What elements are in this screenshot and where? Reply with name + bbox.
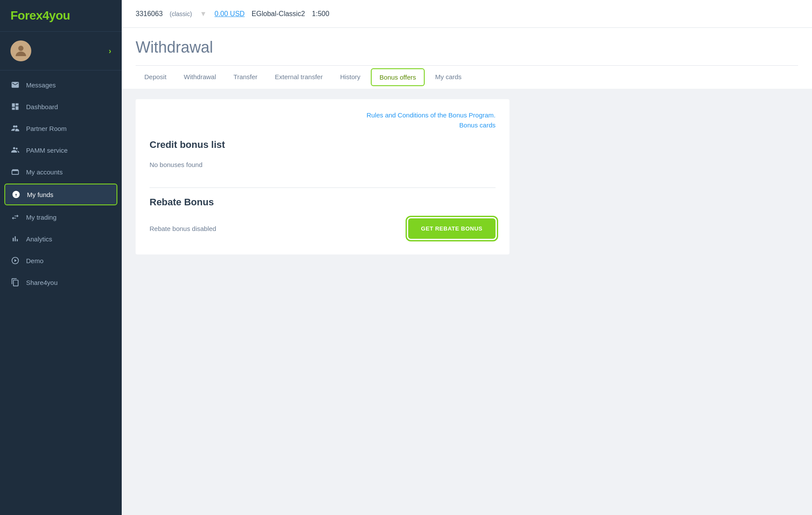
bonus-card: Rules and Conditions of the Bonus Progra… — [136, 99, 509, 254]
dashboard-icon — [10, 102, 20, 111]
sidebar-item-partner-room[interactable]: Partner Room — [0, 117, 122, 139]
partner-icon — [10, 124, 20, 133]
sidebar-item-pamm[interactable]: PAMM service — [0, 139, 122, 161]
svg-point-1 — [13, 125, 15, 127]
tab-deposit[interactable]: Deposit — [136, 67, 175, 88]
sidebar-item-label-dashboard: Dashboard — [26, 103, 58, 110]
logo-4: 4 — [43, 9, 49, 22]
topbar: 3316063 (classic) ▼ 0.00 USD EGlobal-Cla… — [122, 0, 812, 28]
logo-forex: Forex — [10, 9, 43, 22]
account-type: (classic) — [170, 10, 192, 17]
sidebar-item-dashboard[interactable]: Dashboard — [0, 96, 122, 117]
svg-marker-7 — [14, 259, 17, 262]
sidebar-item-analytics[interactable]: Analytics — [0, 228, 122, 250]
bonus-links: Rules and Conditions of the Bonus Progra… — [150, 111, 496, 129]
bonus-content: Rules and Conditions of the Bonus Progra… — [122, 89, 812, 265]
page-title: Withdrawal — [136, 38, 798, 57]
avatar[interactable] — [10, 40, 31, 61]
sidebar-nav: Messages Dashboard Partner Room PAMM ser… — [0, 70, 122, 515]
pamm-icon — [10, 145, 20, 155]
section-divider — [150, 187, 496, 188]
no-bonus-text: No bonuses found — [150, 157, 496, 179]
logo: Forex4you — [0, 0, 122, 32]
tab-external-transfer[interactable]: External transfer — [266, 67, 331, 88]
envelope-icon — [10, 80, 20, 90]
sidebar-item-label-demo: Demo — [26, 257, 43, 264]
sidebar-item-my-funds[interactable]: My funds — [4, 184, 117, 205]
content-area: Withdrawal Deposit Withdrawal Transfer E… — [122, 28, 812, 515]
sidebar-item-my-accounts[interactable]: My accounts — [0, 161, 122, 183]
trading-icon — [10, 212, 20, 222]
sidebar-item-my-trading[interactable]: My trading — [0, 206, 122, 228]
profile-expand-icon[interactable]: › — [109, 47, 111, 56]
main-content: 3316063 (classic) ▼ 0.00 USD EGlobal-Cla… — [122, 0, 812, 515]
tab-withdrawal[interactable]: Withdrawal — [175, 67, 225, 88]
sidebar-item-share4you[interactable]: Share4you — [0, 271, 122, 293]
logo-text: Forex4you — [10, 9, 70, 23]
account-server: EGlobal-Classic2 — [252, 10, 305, 18]
get-rebate-bonus-button[interactable]: GET REBATE BONUS — [408, 218, 496, 239]
svg-point-0 — [18, 46, 23, 51]
share-icon — [10, 278, 20, 287]
analytics-icon — [10, 234, 20, 244]
sidebar-item-label-partner: Partner Room — [26, 125, 67, 132]
rebate-title: Rebate Bonus — [150, 197, 496, 208]
svg-point-3 — [13, 147, 15, 149]
sidebar-item-messages[interactable]: Messages — [0, 74, 122, 96]
tab-history[interactable]: History — [331, 67, 369, 88]
page-header: Withdrawal Deposit Withdrawal Transfer E… — [122, 28, 812, 89]
funds-icon — [11, 190, 21, 199]
tab-transfer[interactable]: Transfer — [225, 67, 266, 88]
account-id: 3316063 — [136, 10, 163, 18]
demo-icon — [10, 256, 20, 265]
rules-link[interactable]: Rules and Conditions of the Bonus Progra… — [366, 111, 496, 119]
rebate-status: Rebate bonus disabled — [150, 225, 216, 232]
sidebar-item-label-analytics: Analytics — [26, 235, 52, 243]
rebate-row: Rebate bonus disabled GET REBATE BONUS — [150, 215, 496, 242]
account-balance[interactable]: 0.00 USD — [214, 10, 244, 18]
sidebar-item-demo[interactable]: Demo — [0, 250, 122, 271]
sidebar-item-label-messages: Messages — [26, 81, 56, 89]
svg-point-4 — [16, 148, 17, 150]
credit-bonus-title: Credit bonus list — [150, 139, 496, 150]
sidebar-item-label-trading: My trading — [26, 214, 57, 221]
sidebar-profile[interactable]: › — [0, 32, 122, 70]
sidebar: Forex4you › Messages Dashboard — [0, 0, 122, 515]
sidebar-item-label-pamm: PAMM service — [26, 147, 68, 154]
sidebar-item-label-funds: My funds — [27, 191, 53, 198]
tab-bonus-offers[interactable]: Bonus offers — [371, 68, 425, 86]
tab-my-cards[interactable]: My cards — [426, 67, 470, 88]
account-leverage: 1:500 — [312, 10, 329, 18]
svg-point-2 — [15, 125, 17, 127]
tabs: Deposit Withdrawal Transfer External tra… — [136, 65, 798, 89]
sidebar-item-label-share4you: Share4you — [26, 279, 58, 286]
sidebar-item-label-accounts: My accounts — [26, 168, 63, 176]
bonus-cards-link[interactable]: Bonus cards — [459, 121, 496, 129]
logo-you: you — [49, 9, 70, 22]
accounts-icon — [10, 167, 20, 177]
